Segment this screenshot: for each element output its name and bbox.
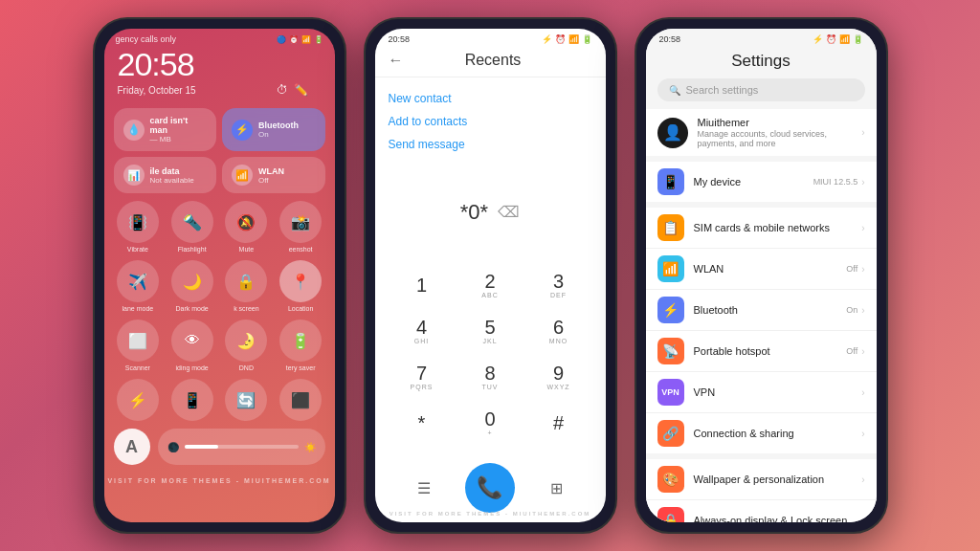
mute-toggle[interactable]: 🔕 xyxy=(225,201,267,243)
statusbar-1: gency calls only 🔵 ⏰ 📶 🔋 xyxy=(104,29,335,46)
search-bar[interactable]: 🔍 Search settings xyxy=(657,78,865,101)
brightness-fill xyxy=(185,445,219,449)
sim-text: SIM cards & mobile networks xyxy=(694,222,862,233)
status-icons-3: ⚡ ⏰ 📶 🔋 xyxy=(813,34,863,44)
key-1[interactable]: 1 xyxy=(394,264,450,306)
sim-chevron: › xyxy=(861,223,864,233)
key-3[interactable]: 3 DEF xyxy=(531,264,587,306)
key-5[interactable]: 5 JKL xyxy=(462,310,518,352)
status-left: gency calls only xyxy=(116,34,177,44)
screen-mirror-toggle[interactable]: 📱 xyxy=(171,379,213,421)
clock-icon[interactable]: ⏱ xyxy=(277,83,288,97)
menu-button[interactable]: ☰ xyxy=(406,470,442,506)
phone-3: 20:58 ⚡ ⏰ 📶 🔋 Settings 🔍 Search settings… xyxy=(635,17,888,534)
search-icon: 🔍 xyxy=(669,85,680,96)
hotspot-item[interactable]: 📡 Portable hotspot Off › xyxy=(646,331,877,372)
key-0[interactable]: 0 + xyxy=(462,402,518,444)
darkmode-toggle[interactable]: 🌙 xyxy=(171,260,213,302)
wallpaper-item[interactable]: 🎨 Wallpaper & personalization › xyxy=(646,459,877,500)
status-icons-1: 🔵 ⏰ 📶 🔋 xyxy=(277,35,323,44)
hotspot-chevron: › xyxy=(861,346,864,357)
connection-sharing-item[interactable]: 🔗 Connection & sharing › xyxy=(646,413,877,453)
assistant-button[interactable]: A xyxy=(114,429,150,465)
watermark-2: VISIT FOR MORE THEMES - MIUITHEMER.COM xyxy=(375,511,606,517)
alarm-icon-3: ⏰ xyxy=(826,34,836,44)
extra-toggle[interactable]: ⬛ xyxy=(279,379,322,421)
rotation-toggle[interactable]: 🔄 xyxy=(225,379,267,421)
lockscreen-icon: 🔒 xyxy=(657,507,684,522)
flash-toggle[interactable]: ⚡ xyxy=(117,379,159,421)
bt-chevron: › xyxy=(861,305,864,316)
lockscreen-item[interactable]: 🔒 Always-on display & Lock screen › xyxy=(646,500,877,522)
airplane-toggle[interactable]: ✈️ xyxy=(117,260,159,302)
delete-button[interactable]: ⌫ xyxy=(498,203,520,221)
send-message-button[interactable]: Send message xyxy=(389,133,592,156)
wlan-card[interactable]: 📶 WLAN Off xyxy=(222,157,325,193)
screenshot-toggle[interactable]: 📸 xyxy=(279,201,322,243)
wallpaper-chevron: › xyxy=(861,474,864,485)
contact-actions: New contact Add to contacts Send message xyxy=(375,77,606,165)
phone-1: gency calls only 🔵 ⏰ 📶 🔋 20:58 Friday, O… xyxy=(93,17,346,534)
bluetooth-status: On › xyxy=(846,305,864,316)
statusbar-2: 20:58 ⚡ ⏰ 📶 🔋 xyxy=(375,29,606,48)
vpn-chevron: › xyxy=(861,387,864,398)
vpn-item[interactable]: VPN VPN › xyxy=(646,372,877,413)
call-button[interactable]: 📞 xyxy=(465,463,515,513)
key-star[interactable]: * xyxy=(394,402,450,444)
key-6[interactable]: 6 MNO xyxy=(531,310,587,352)
key-7[interactable]: 7 PQRS xyxy=(394,356,450,398)
data-card-text: card isn't man — MB xyxy=(150,116,208,143)
account-item[interactable]: 👤 Miuithemer Manage accounts, cloud serv… xyxy=(646,109,877,156)
bluetooth-card[interactable]: ⚡ Bluetooth On xyxy=(222,108,325,151)
bluetooth-item[interactable]: ⚡ Bluetooth On › xyxy=(646,290,877,331)
vibrate-toggle[interactable]: 📳 xyxy=(117,201,159,243)
dialer-title: Recents xyxy=(413,52,573,69)
dialpad-toggle-button[interactable]: ⊞ xyxy=(538,470,574,506)
my-device-item[interactable]: 📱 My device MIUI 12.5.5 › xyxy=(646,162,877,202)
alarm-icon-2: ⏰ xyxy=(555,34,566,44)
bt-icon-2: ⚡ xyxy=(542,34,552,44)
key-4[interactable]: 4 GHI xyxy=(394,310,450,352)
key-9[interactable]: 9 WXYZ xyxy=(531,356,587,398)
brightness-bar xyxy=(185,445,299,449)
my-device-text: My device xyxy=(694,176,813,187)
wlan-icon: 📶 xyxy=(232,165,253,186)
edit-icon[interactable]: ✏️ xyxy=(294,83,308,97)
brightness-low-icon: 🌑 xyxy=(167,442,179,452)
data-card[interactable]: 💧 card isn't man — MB xyxy=(114,108,217,151)
time-display: 20:58 xyxy=(104,46,335,83)
key-8[interactable]: 8 TUV xyxy=(462,356,518,398)
wlan-item[interactable]: 📶 WLAN Off › xyxy=(646,249,877,290)
dial-number: *0* xyxy=(460,200,488,225)
appearance-section: 🎨 Wallpaper & personalization › 🔒 Always… xyxy=(646,459,877,522)
vpn-icon: VPN xyxy=(657,379,684,406)
sim-item[interactable]: 📋 SIM cards & mobile networks › xyxy=(646,208,877,249)
brightness-slider[interactable]: 🌑 ☀️ xyxy=(158,429,325,465)
hotspot-status: Off › xyxy=(846,346,864,357)
dnd-toggle[interactable]: 🌛 xyxy=(225,320,267,362)
key-hash[interactable]: # xyxy=(531,402,587,444)
key-2[interactable]: 2 ABC xyxy=(462,264,518,306)
control-center-screen: gency calls only 🔵 ⏰ 📶 🔋 20:58 Friday, O… xyxy=(104,29,335,522)
scanner-toggle[interactable]: ⬜ xyxy=(117,320,159,362)
hotspot-icon: 📡 xyxy=(657,338,684,364)
account-chevron: › xyxy=(861,127,864,138)
lockscreen-toggle[interactable]: 🔒 xyxy=(225,260,267,302)
mobile-data-card[interactable]: 📊 ile data Not available xyxy=(114,157,217,193)
battery-saver-toggle[interactable]: 🔋 xyxy=(279,320,322,362)
mobile-icon: 📊 xyxy=(123,165,145,186)
hotspot-text: Portable hotspot xyxy=(694,345,847,357)
new-contact-button[interactable]: New contact xyxy=(389,87,592,110)
connection-chevron: › xyxy=(861,429,864,439)
location-toggle[interactable]: 📍 xyxy=(279,260,322,302)
settings-scroll: 👤 Miuithemer Manage accounts, cloud serv… xyxy=(646,109,877,522)
flashlight-toggle[interactable]: 🔦 xyxy=(171,201,213,243)
mobile-card-text: ile data Not available xyxy=(150,166,194,185)
wlan-chevron: › xyxy=(861,264,864,275)
riding-toggle[interactable]: 👁 xyxy=(171,320,213,362)
add-to-contacts-button[interactable]: Add to contacts xyxy=(389,110,592,133)
signal-icon: 📶 xyxy=(301,35,311,44)
bluetooth-text: Bluetooth xyxy=(694,304,847,316)
back-button[interactable]: ← xyxy=(389,52,404,69)
dialer-header: ← Recents xyxy=(375,48,606,77)
